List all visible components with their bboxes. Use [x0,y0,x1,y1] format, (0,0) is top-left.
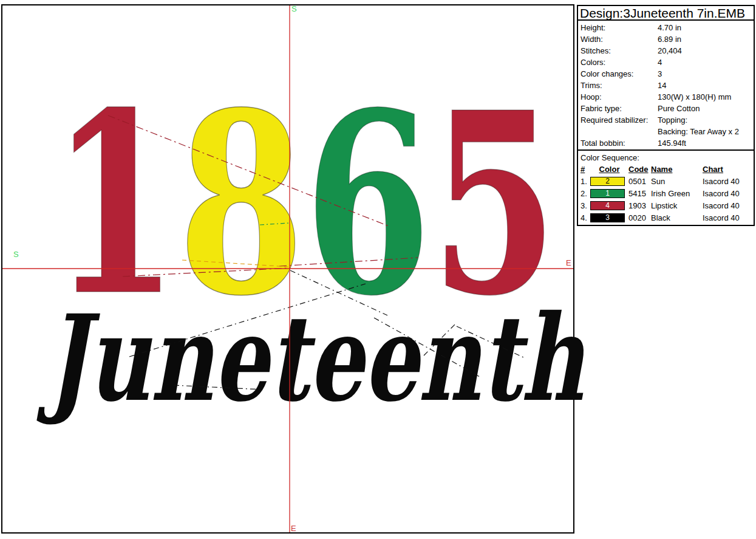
column-header-name: Name [651,163,703,175]
property-label: Color changes: [581,68,658,80]
property-value: 130(W) x 180(H) mm [658,91,752,103]
property-label: Hoop: [581,91,658,103]
property-row-stitches: Stitches:20,404 [581,45,752,57]
property-value: 20,404 [658,45,752,57]
property-label: Fabric type: [581,103,658,114]
color-swatch: 1 [590,189,625,198]
property-row-colors: Colors:4 [581,57,752,68]
start-marker-left: S [13,250,19,258]
row-number: 4. [581,213,590,222]
property-row-total-bobbin: Total bobbin:145.94ft [581,137,752,149]
color-swatch: 2 [590,177,625,186]
design-digits: 1865 [52,110,557,298]
property-value: 4 [658,57,752,68]
color-sequence-row: 1. 2 0501 Sun Isacord 40 [581,175,752,187]
column-header-number: # [581,163,590,175]
property-label: Trims: [581,80,658,91]
property-row-color-changes: Color changes:3 [581,68,752,80]
thread-chart: Isacord 40 [703,213,752,222]
thread-code: 5415 [628,189,651,198]
property-value: 6.89 in [658,33,752,45]
thread-chart: Isacord 40 [703,177,752,186]
property-label: Width: [581,33,658,45]
property-value: 145.94ft [658,137,752,149]
thread-chart: Isacord 40 [703,189,752,198]
color-sequence-heading: Color Sequence: [581,152,752,163]
column-header-color: Color [590,163,628,175]
thread-chart: Isacord 40 [703,201,752,210]
row-number: 2. [581,189,590,198]
design-properties: Height:4.70 in Width:6.89 in Stitches:20… [577,21,755,151]
property-row-trims: Trims:14 [581,80,752,91]
thread-code: 0020 [628,213,651,222]
property-value: Topping:Backing: Tear Away x 2 [658,114,752,137]
property-label: Total bobbin: [581,137,658,149]
stabilizer-topping: Topping: [658,115,687,125]
column-header-chart: Chart [703,163,752,175]
thread-code: 1903 [628,201,651,210]
row-number: 3. [581,201,590,210]
thread-name: Lipstick [651,201,703,210]
design-script-text: Juneteenth [47,310,584,407]
start-marker-top: S [291,5,297,13]
color-sequence-row: 2. 1 5415 Irish Green Isacord 40 [581,187,752,199]
thread-name: Irish Green [651,189,703,198]
property-label: Colors: [581,57,658,68]
color-sequence-row: 4. 3 0020 Black Isacord 40 [581,211,752,224]
property-value: 4.70 in [658,22,752,33]
stabilizer-backing: Backing: Tear Away x 2 [658,127,739,136]
color-sequence-header: # Color Code Name Chart [581,163,752,175]
property-row-hoop: Hoop:130(W) x 180(H) mm [581,91,752,103]
property-row-stabilizer: Required stabilizer:Topping:Backing: Tea… [581,114,752,137]
design-title: Design:3Juneteenth 7in.EMB [577,5,755,21]
color-swatch: 4 [590,201,625,210]
design-info-panel: Design:3Juneteenth 7in.EMB Height:4.70 i… [577,5,755,226]
property-row-height: Height:4.70 in [581,22,752,33]
row-number: 1. [581,177,590,186]
property-row-width: Width:6.89 in [581,33,752,45]
design-canvas: 1865 Juneteenth S S E E [1,4,574,534]
property-value: 3 [658,68,752,80]
column-header-code: Code [628,163,651,175]
property-value: 14 [658,80,752,91]
end-marker-right: E [566,259,571,267]
color-sequence-row: 3. 4 1903 Lipstick Isacord 40 [581,199,752,211]
property-label: Required stabilizer: [581,114,658,137]
end-marker-bottom: E [291,524,296,532]
property-row-fabric-type: Fabric type:Pure Cotton [581,103,752,114]
color-sequence-section: Color Sequence: # Color Code Name Chart … [577,151,755,226]
thread-name: Sun [651,177,703,186]
property-label: Height: [581,22,658,33]
property-label: Stitches: [581,45,658,57]
thread-code: 0501 [628,177,651,186]
color-swatch: 3 [590,213,625,222]
thread-name: Black [651,213,703,222]
property-value: Pure Cotton [658,103,752,114]
